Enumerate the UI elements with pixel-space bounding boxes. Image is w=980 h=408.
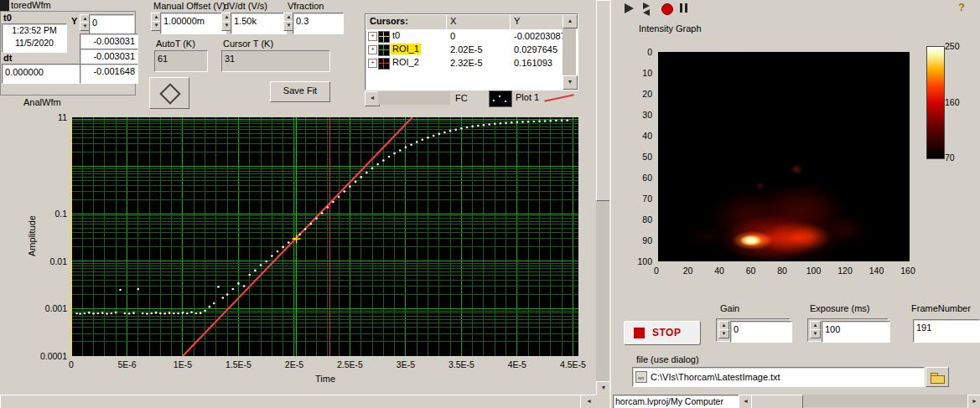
- dt-value-field[interactable]: 0.000000: [2, 64, 87, 84]
- autot-label: AutoT (K): [156, 39, 195, 49]
- t0-timestamp-field[interactable]: 1:23:52 PM 11/5/2020: [2, 23, 67, 53]
- intensity-x-tick-label: 0: [644, 266, 669, 276]
- autoscale-button[interactable]: [149, 77, 189, 109]
- decrement-icon[interactable]: ▼: [810, 329, 821, 338]
- scroll-right-icon[interactable]: ►: [967, 395, 980, 408]
- decrement-icon[interactable]: ▼: [718, 329, 729, 338]
- intensity-x-tick-label: 20: [676, 266, 701, 276]
- left-window-edge: [582, 0, 596, 408]
- expand-icon[interactable]: +: [368, 59, 377, 68]
- colorbar-tick-label: 160: [945, 97, 973, 107]
- file-path-value[interactable]: C:\VIs\Thorcam\LatestImage.txt: [648, 369, 783, 385]
- intensity-y-tick-label: 30: [622, 110, 652, 120]
- help-icon[interactable]: ?: [958, 1, 965, 13]
- diamond-icon: [159, 83, 180, 104]
- cursor-row-roi1[interactable]: + ROI_1 2.02E-5 0.0297645: [366, 43, 563, 56]
- array-value-2[interactable]: -0.001648: [80, 64, 138, 84]
- plot-legend-label[interactable]: Plot 1: [516, 92, 539, 103]
- anal-x-tick-label: 1E-5: [166, 359, 200, 369]
- anal-y-axis-label: Amplitude: [27, 186, 38, 287]
- path-type-icon-detail: [638, 377, 644, 380]
- intensity-y-tick-label: 80: [622, 214, 652, 225]
- expand-icon[interactable]: +: [368, 45, 377, 54]
- horizontal-scrollbar-thumb[interactable]: [0, 395, 582, 408]
- screen: toredWfm t0 1:23:52 PM 11/5/2020 dt 0.00…: [0, 0, 980, 408]
- y-index-label: Y: [71, 16, 77, 27]
- dt-label: dt: [3, 53, 12, 64]
- cursor-name: ROI_2: [391, 57, 421, 68]
- cursor-crosshair-icon: [378, 31, 390, 43]
- dvdt-control[interactable]: ▲ ▼ 1.50k: [221, 13, 280, 29]
- t0-label: t0: [3, 13, 12, 23]
- left-window: toredWfm t0 1:23:52 PM 11/5/2020 dt 0.00…: [0, 0, 596, 408]
- file-path-label: file (use dialog): [636, 354, 699, 365]
- y-index-control[interactable]: ▲ ▼ 0: [80, 14, 128, 29]
- exposure-label: Exposure (ms): [810, 303, 870, 314]
- pause-icon-bar[interactable]: [685, 3, 687, 13]
- browse-button[interactable]: [926, 367, 949, 387]
- dvdt-value[interactable]: 1.50k: [231, 13, 287, 34]
- y-index-value[interactable]: 0: [89, 14, 134, 34]
- cursor-y-value: -0.00203087: [514, 31, 566, 41]
- gain-label: Gain: [720, 303, 739, 314]
- path-type-icon: [635, 371, 647, 383]
- intensity-y-tick-label: 60: [622, 173, 652, 183]
- run-continuous-icon-lower[interactable]: [643, 9, 650, 16]
- intensity-y-tick-label: 10: [622, 68, 652, 78]
- project-context-box[interactable]: horcam.lvproj/My Computer: [613, 395, 740, 408]
- manual-offset-label: Manual Offset (V): [153, 1, 226, 12]
- plot-line-sample: [544, 94, 574, 101]
- file-path-field[interactable]: C:\VIs\Thorcam\LatestImage.txt: [632, 367, 925, 387]
- exposure-value[interactable]: 100: [822, 321, 890, 343]
- plot-style-swatch[interactable]: [489, 90, 512, 107]
- scroll-left-icon[interactable]: ◄: [580, 395, 598, 408]
- frame-number-value: 191: [913, 319, 980, 343]
- intensity-x-tick-label: 80: [770, 266, 795, 276]
- vfraction-control[interactable]: ▲ ▼ 0.3: [283, 13, 337, 29]
- save-fit-button[interactable]: Save Fit: [270, 81, 330, 102]
- run-continuous-icon[interactable]: [643, 3, 650, 9]
- manual-offset-control[interactable]: ▲ ▼ 1.00000m: [151, 13, 220, 29]
- scroll-down-icon[interactable]: ▼: [563, 75, 578, 90]
- intensity-y-tick-label: 90: [622, 235, 652, 245]
- vfraction-value[interactable]: 0.3: [293, 13, 344, 34]
- pause-icon[interactable]: [680, 3, 682, 13]
- intensity-y-tick-label: 40: [622, 131, 652, 141]
- exposure-control[interactable]: ▲ ▼ 100: [807, 318, 889, 342]
- intensity-colorbar[interactable]: [926, 46, 945, 159]
- cursor-x-value: 2.02E-5: [450, 44, 483, 54]
- cursor-row-roi2[interactable]: + ROI_2 2.32E-5 0.161093: [366, 56, 563, 70]
- cursor-t-value: 31: [221, 50, 330, 72]
- intensity-x-tick-label: 120: [832, 266, 858, 276]
- cursor-crosshair-icon: [378, 58, 390, 70]
- anal-graph-label: AnalWfm: [23, 97, 61, 108]
- scroll-up-icon[interactable]: ▲: [563, 14, 578, 28]
- anal-y-tick-label: 0.1: [22, 209, 67, 219]
- anal-y-tick-label: 11: [22, 112, 67, 122]
- stop-button[interactable]: STOP: [624, 321, 701, 345]
- anal-graph-plot[interactable]: [71, 117, 578, 356]
- colorbar-tick-label: 70: [945, 152, 973, 163]
- anal-x-tick-label: 2.5E-5: [333, 359, 366, 369]
- manual-offset-value[interactable]: 1.00000m: [160, 13, 226, 34]
- cursor-y-value: 0.161093: [514, 58, 552, 68]
- window-corner-chip: [0, 0, 9, 11]
- run-icon[interactable]: [625, 3, 634, 13]
- expand-icon[interactable]: +: [368, 32, 377, 41]
- intensity-y-tick-label: 70: [622, 194, 652, 204]
- cursor-row-t0[interactable]: + t0 0 -0.00203087: [366, 29, 563, 43]
- stop-button-label: STOP: [652, 327, 681, 338]
- intensity-graph-plot[interactable]: [658, 52, 910, 261]
- legend-scrollbar-track[interactable]: [378, 91, 450, 105]
- gain-control[interactable]: ▲ ▼ 0: [716, 318, 791, 342]
- anal-x-tick-label: 1.5E-5: [221, 359, 255, 369]
- intensity-y-tick-label: 100: [622, 256, 652, 266]
- cursor-table: Cursors: X Y + t0 0 -0.00203087 + ROI_1 …: [365, 13, 578, 90]
- colorbar-tick-label: 250: [945, 41, 973, 51]
- cursor-name: t0: [391, 30, 402, 41]
- right-horizontal-scrollbar-thumb[interactable]: [751, 395, 803, 408]
- gain-value[interactable]: 0: [730, 321, 792, 343]
- abort-icon[interactable]: [661, 3, 673, 15]
- cursor-crosshair-icon: [378, 44, 390, 56]
- stop-square-icon: [634, 328, 645, 338]
